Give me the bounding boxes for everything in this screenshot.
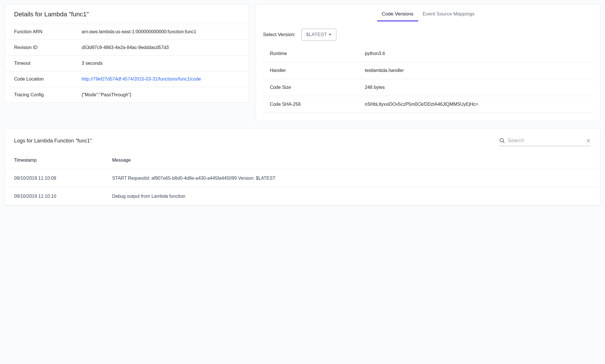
version-select-row: Select Version: $LATEST	[256, 22, 600, 45]
version-row: Code Size 248 bytes	[263, 79, 593, 96]
details-title: Details for Lambda "func1"	[5, 5, 249, 24]
detail-row: Tracing Config {"Mode":"PassThrough"}	[5, 87, 249, 103]
log-timestamp: 09/10/2019 11:10:10	[14, 194, 112, 199]
close-icon[interactable]	[586, 138, 591, 143]
logs-table-head: Timestamp Message	[5, 150, 600, 169]
version-row: Handler testlambda.handler	[263, 62, 593, 79]
log-message: Debug output from Lambda function	[112, 194, 591, 199]
tabs: Code Versions Event Source Mappings	[256, 5, 600, 22]
detail-label: Code Location	[14, 77, 82, 82]
detail-label: Revision ID	[14, 45, 82, 50]
version-key: Code SHA-256	[270, 102, 365, 107]
detail-row: Revision ID d53d97c9-4863-4e2a-84ac-9edd…	[5, 40, 249, 56]
logs-title: Logs for Lambda Function "func1"	[14, 138, 92, 144]
search-icon	[499, 138, 505, 144]
version-key: Code Size	[270, 85, 365, 90]
version-key: Handler	[270, 68, 365, 73]
versions-card: Code Versions Event Source Mappings Sele…	[256, 5, 600, 121]
svg-point-0	[500, 138, 503, 142]
log-timestamp: 09/10/2019 11:10:09	[14, 176, 112, 181]
version-key: Runtime	[270, 51, 365, 56]
detail-value-link: http://79ef27d574df:4574/2015-03-31/func…	[82, 77, 240, 82]
version-select-label: Select Version:	[263, 32, 295, 38]
details-card: Details for Lambda "func1" Function ARN …	[5, 5, 249, 103]
detail-value: 3 seconds	[82, 61, 240, 66]
log-message: START RequestId: af907e65-b8d0-4d8e-a430…	[112, 176, 591, 181]
version-value: nSHbLtlyxxiDOv5czP5m0Ck/DDztA46JlQMMSUyE…	[365, 102, 586, 107]
version-row: Runtime python3.6	[263, 45, 593, 62]
detail-row: Code Location http://79ef27d574df:4574/2…	[5, 71, 249, 87]
logs-card: Logs for Lambda Function "func1" Timesta…	[5, 128, 600, 206]
detail-row: Function ARN arn:aws:lambda:us-east-1:00…	[5, 24, 249, 40]
tab-event-source-mappings[interactable]: Event Source Mappings	[423, 9, 475, 21]
detail-label: Tracing Config	[14, 92, 82, 97]
code-location-link[interactable]: http://79ef27d574df:4574/2015-03-31/func…	[82, 77, 201, 81]
table-row: 09/10/2019 11:10:09 START RequestId: af9…	[5, 169, 600, 187]
table-row: 09/10/2019 11:10:10 Debug output from La…	[5, 187, 600, 206]
tab-code-versions[interactable]: Code Versions	[382, 9, 414, 21]
version-dropdown-value: $LATEST	[306, 32, 327, 38]
version-value: 248 bytes	[365, 85, 586, 90]
svg-line-1	[503, 141, 505, 143]
version-value: testlambda.handler	[365, 68, 586, 73]
column-message: Message	[112, 158, 591, 163]
detail-value: {"Mode":"PassThrough"}	[82, 92, 240, 97]
chevron-down-icon	[329, 34, 331, 36]
version-details-table: Runtime python3.6 Handler testlambda.han…	[256, 45, 600, 113]
detail-label: Function ARN	[14, 29, 82, 34]
version-value: python3.6	[365, 51, 586, 56]
search-wrap	[499, 135, 591, 146]
version-dropdown[interactable]: $LATEST	[301, 29, 336, 41]
search-input[interactable]	[505, 136, 586, 145]
version-row: Code SHA-256 nSHbLtlyxxiDOv5czP5m0Ck/DDz…	[263, 96, 593, 113]
column-timestamp: Timestamp	[14, 158, 112, 163]
detail-value: arn:aws:lambda:us-east-1:000000000000:fu…	[82, 29, 240, 34]
detail-row: Timeout 3 seconds	[5, 56, 249, 71]
logs-header: Logs for Lambda Function "func1"	[5, 128, 600, 150]
detail-label: Timeout	[14, 61, 82, 66]
detail-value: d53d97c9-4863-4e2a-84ac-9edddacd57d3	[82, 45, 240, 50]
